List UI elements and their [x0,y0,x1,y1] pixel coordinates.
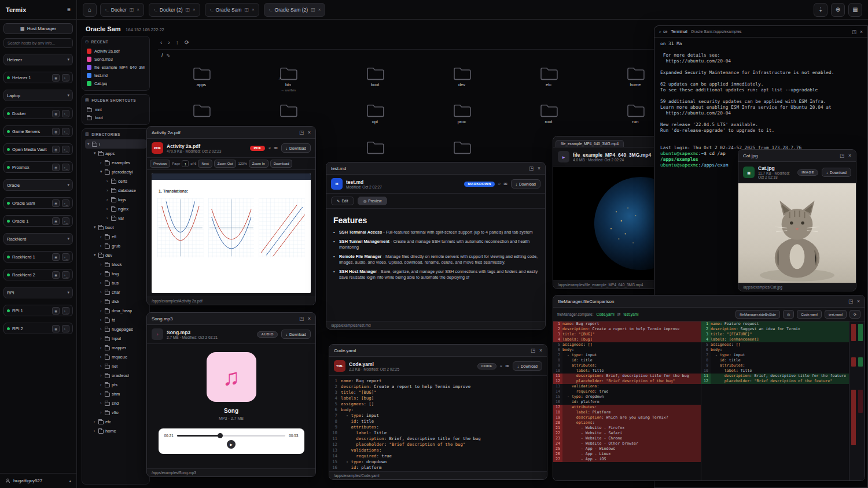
host-terminal-button[interactable]: ›_ [62,271,69,279]
tree-item[interactable]: database [85,186,146,195]
search-icon[interactable]: ⌕ [500,363,502,369]
host-terminal-button[interactable]: ›_ [62,217,69,225]
split-icon[interactable]: ◫ [186,7,190,12]
tab[interactable]: ›_ Oracle Sam ◫ × [205,3,259,17]
host-connect-button[interactable]: ▤ [52,307,60,315]
close-icon[interactable]: × [252,7,255,12]
host-connect-button[interactable]: ▤ [52,325,60,332]
tree-item[interactable]: nginx [85,204,146,213]
forward-button[interactable]: › [168,39,170,46]
diff-right-pane[interactable]: 1name: Feature request 2description: Sug… [701,321,849,480]
left-file-button[interactable]: Code.yaml [797,310,822,319]
tree-item[interactable]: etc [85,417,146,426]
recent-file[interactable]: test.md [85,71,146,79]
tree-item[interactable]: dma_heap [85,306,146,315]
tree-item[interactable]: home [85,426,146,435]
tree-item[interactable]: char [85,287,146,297]
user-menu[interactable]: bugattiguy527 ▴ [0,473,76,488]
tree-item[interactable]: grub [85,241,146,250]
download-button[interactable]: ↓Download [281,330,311,339]
tab[interactable]: ›_ Docker ◫ × [100,3,144,17]
file-grid-item[interactable]: ↗ boot [332,64,418,101]
split-icon[interactable]: ◫ [311,7,315,12]
host-connect-button[interactable]: ▤ [52,199,60,207]
image-canvas[interactable] [738,183,856,283]
sidebar-item[interactable]: Game Servers ▾ ▤ ›_ [3,125,73,137]
tree-item[interactable]: efi [85,232,146,241]
preview-icon[interactable]: ✉ [274,146,278,151]
host-manager-button[interactable]: ▦ Host Manager [3,23,73,34]
host-terminal-button[interactable]: ›_ [62,74,69,82]
recent-file[interactable]: Activity 2a.pdf [85,47,146,55]
close-icon[interactable]: × [848,153,851,158]
host-connect-button[interactable]: ▤ [52,74,60,82]
expand-icon[interactable]: ◳ [529,165,534,171]
recent-file[interactable]: Song.mp3 [85,55,146,63]
pdf-page[interactable]: 1. Translations: [152,173,311,293]
diff-minimap[interactable] [849,321,865,480]
download-button[interactable]: ↓Download [822,168,851,177]
up-button[interactable]: ↑ [176,39,179,46]
host-terminal-button[interactable]: ›_ [62,253,69,261]
pdf-download-button[interactable]: Download [270,160,293,168]
right-file-button[interactable]: test.yaml [825,310,847,319]
sidebar-item[interactable]: Oracle Sam ▾ ▤ ›_ [3,197,73,209]
search-icon[interactable]: ⌕ [269,145,271,151]
edit-tab[interactable]: ✎Edit [331,197,354,205]
share-icon[interactable]: ✉ [503,182,507,187]
seek-slider[interactable] [177,435,285,437]
tree-item[interactable]: input [85,334,146,343]
close-icon[interactable]: × [308,130,311,135]
host-terminal-button[interactable]: ›_ [62,146,69,153]
side-by-side-button[interactable]: fileManager.sideBySide [735,310,780,319]
shortcut-folder[interactable]: mnt [85,105,146,113]
host-connect-button[interactable]: ▤ [52,217,60,225]
diff-left-pane[interactable]: 1name: Bug report 2description: Create a… [553,321,701,480]
close-icon[interactable]: × [857,298,860,304]
share-icon[interactable]: ✉ [505,364,509,369]
file-grid-item[interactable]: ↗ proc [418,101,505,138]
sidebar-item[interactable]: Open Media Vault ▾ ▤ ›_ [3,143,73,155]
tree-item[interactable]: / [85,139,146,149]
host-connect-button[interactable]: ▤ [52,164,60,171]
recent-file[interactable]: Cat.jpg [85,79,146,87]
host-connect-button[interactable]: ▤ [52,110,60,117]
tree-item[interactable]: boot [85,223,146,232]
code-editor[interactable]: 1name: Bug report 2description: Create a… [329,376,547,471]
zoom-out-button[interactable]: Zoom Out [214,160,237,168]
host-terminal-button[interactable]: ›_ [62,307,69,315]
sidebar-item[interactable]: RackNerd 2 ▾ ▤ ›_ [3,269,73,280]
preview-tab[interactable]: ◎Preview [358,197,388,205]
file-grid-item[interactable]: ↗ bin → usr/bin [245,64,332,101]
play-button[interactable]: ▶ [227,440,236,449]
download-button[interactable]: ↓Download [511,179,540,188]
tree-item[interactable]: disk [85,297,146,306]
expand-icon[interactable]: ◳ [531,347,535,353]
tree-item[interactable]: vfio [85,408,146,417]
host-terminal-button[interactable]: ›_ [62,128,69,135]
sidebar-item[interactable]: Hetzner 1 ▾ ▤ ›_ [3,72,73,83]
menu-icon[interactable]: ≡ [67,6,71,13]
tree-item[interactable]: logs [85,195,146,204]
tree-item[interactable]: block [85,260,146,269]
tree-item[interactable]: pterodactyl [85,167,146,176]
home-tab-button[interactable]: ⌂ [83,3,97,17]
zoom-in-button[interactable]: Zoom In [249,160,269,168]
tree-item[interactable]: oracleoci [85,371,146,380]
file-grid-item[interactable]: ↗ root [505,101,592,138]
file-grid-item[interactable]: ↗ dev [418,64,505,101]
sidebar-item[interactable]: Hetzner ▾ ▤ ›_ [3,54,73,65]
close-icon[interactable]: × [193,7,196,12]
tree-item[interactable]: apps [85,149,146,158]
search-icon[interactable]: ⌕ [498,181,501,187]
recent-file[interactable]: file_example_MP4_640_3MG... [85,63,146,71]
host-terminal-button[interactable]: ›_ [62,199,69,207]
tree-item[interactable]: fd [85,315,146,324]
diff-editor[interactable]: 1name: Bug report 2description: Create a… [553,321,865,480]
close-icon[interactable]: × [860,29,863,35]
terminal-search[interactable]: ⌕ se [659,29,667,34]
previous-page-button[interactable]: Previous [150,160,170,168]
sidebar-item[interactable]: RackNerd 1 ▾ ▤ ›_ [3,251,73,263]
file-grid-item[interactable]: ↗ opt [332,101,418,138]
file-grid-item[interactable]: ↗ apps [158,64,245,101]
